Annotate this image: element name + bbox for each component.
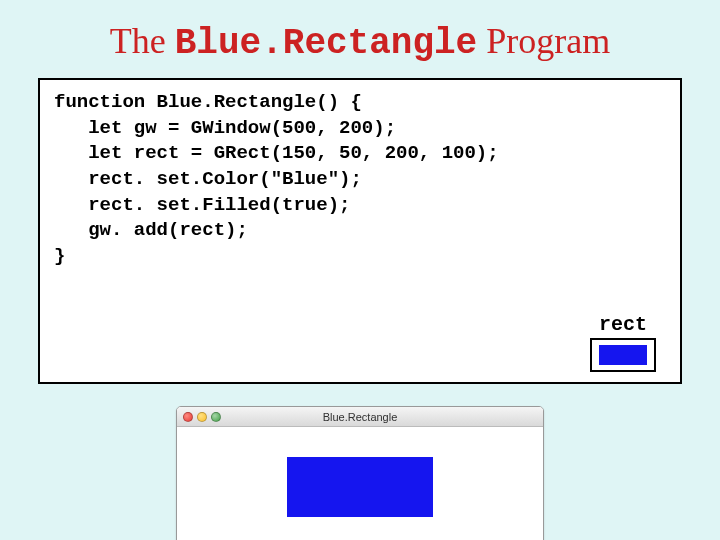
minimize-icon[interactable]	[197, 412, 207, 422]
slide: The Blue.Rectangle Program function Blue…	[0, 0, 720, 540]
close-icon[interactable]	[183, 412, 193, 422]
output-window: Blue.Rectangle	[176, 406, 544, 540]
zoom-icon[interactable]	[211, 412, 221, 422]
variable-swatch	[599, 345, 647, 365]
variable-label: rect	[590, 313, 656, 336]
window-canvas	[177, 427, 543, 540]
title-pre: The	[110, 21, 175, 61]
variable-frame	[590, 338, 656, 372]
blue-rectangle	[287, 457, 433, 517]
code-box: function Blue.Rectangle() { let gw = GWi…	[38, 78, 682, 384]
window-title: Blue.Rectangle	[177, 411, 543, 423]
title-mono: Blue.Rectangle	[175, 23, 477, 64]
title-post: Program	[477, 21, 610, 61]
window-titlebar: Blue.Rectangle	[177, 407, 543, 427]
window-controls	[183, 412, 221, 422]
page-title: The Blue.Rectangle Program	[38, 20, 682, 64]
code-listing: function Blue.Rectangle() { let gw = GWi…	[54, 90, 666, 269]
variable-diagram: rect	[590, 313, 656, 372]
